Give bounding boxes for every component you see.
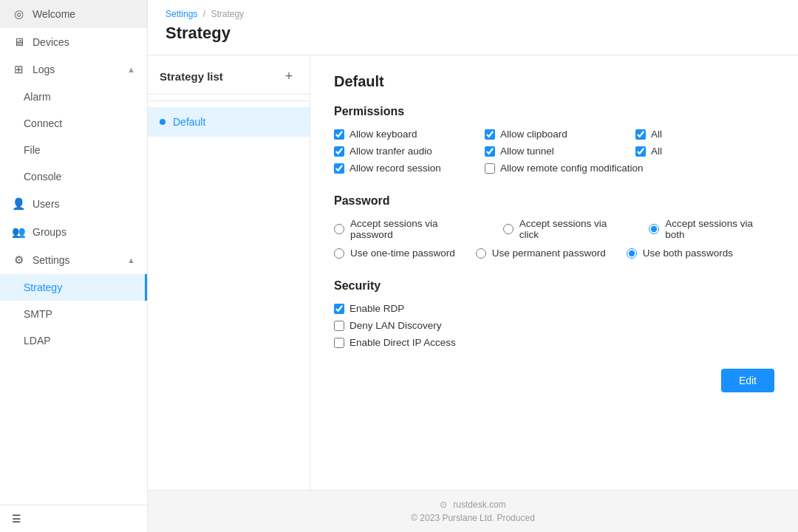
password-row2: Use one-time password Use permanent pass… — [334, 248, 774, 259]
strategy-detail: Default Permissions Allow keyboard Allow… — [310, 55, 798, 490]
allow-all-right2-input[interactable] — [635, 146, 646, 157]
sidebar-item-groups[interactable]: 👥 Groups — [0, 218, 147, 246]
footer-site[interactable]: rustdesk.com — [453, 499, 505, 510]
detail-title: Default — [334, 73, 774, 90]
allow-clipboard-checkbox[interactable]: Allow clipboard — [485, 129, 624, 140]
welcome-icon: ◎ — [12, 7, 25, 21]
edit-button[interactable]: Edit — [721, 369, 774, 392]
chevron-up-icon: ▲ — [127, 65, 135, 74]
sidebar-item-settings[interactable]: ⚙ Settings ▲ — [0, 246, 147, 274]
allow-clipboard-label: Allow clipboard — [500, 129, 567, 140]
use-both-passwords-label: Use both passwords — [643, 248, 733, 259]
menu-icon: ☰ — [12, 513, 21, 525]
sidebar-item-label: Welcome — [33, 8, 75, 20]
enable-direct-ip-checkbox[interactable]: Enable Direct IP Access — [334, 337, 774, 348]
allow-remote-config-label: Allow remote config modification — [500, 163, 644, 174]
use-both-passwords-input[interactable] — [627, 248, 637, 259]
allow-all-right-input[interactable] — [635, 129, 646, 140]
footer-links: ⊙ rustdesk.com — [166, 499, 780, 510]
sidebar-item-logs[interactable]: ⊞ Logs ▲ — [0, 55, 147, 83]
use-permanent-radio[interactable]: Use permanent password — [476, 248, 606, 259]
strategy-dot — [160, 119, 166, 125]
sidebar-item-label: LDAP — [24, 335, 51, 347]
sidebar-item-label: Users — [33, 198, 60, 210]
sidebar-item-devices[interactable]: 🖥 Devices — [0, 28, 147, 55]
accept-via-both-radio[interactable]: Accept sessions via both — [649, 218, 774, 240]
sidebar-item-ldap[interactable]: LDAP — [0, 327, 147, 354]
allow-transfer-audio-label: Allow tranfer audio — [349, 146, 432, 157]
use-one-time-label: Use one-time password — [350, 248, 455, 259]
edit-btn-row: Edit — [334, 369, 774, 392]
sidebar-item-welcome[interactable]: ◎ Welcome — [0, 0, 147, 28]
use-one-time-radio[interactable]: Use one-time password — [334, 248, 455, 259]
sidebar-item-users[interactable]: 👤 Users — [0, 190, 147, 218]
accept-via-password-input[interactable] — [334, 224, 344, 234]
monitor-icon: 🖥 — [12, 35, 25, 48]
sidebar-item-label: Devices — [33, 36, 69, 48]
allow-tunnel-input[interactable] — [485, 146, 495, 157]
user-icon: 👤 — [12, 197, 25, 211]
use-permanent-input[interactable] — [476, 248, 486, 259]
security-list: Enable RDP Deny LAN Discovery Enable Dir… — [334, 303, 774, 348]
enable-rdp-input[interactable] — [334, 304, 344, 314]
allow-keyboard-input[interactable] — [334, 129, 344, 140]
sidebar-item-label: SMTP — [24, 308, 52, 320]
deny-lan-label: Deny LAN Discovery — [349, 320, 442, 331]
footer: ⊙ rustdesk.com © 2023 Purslane Ltd. Prod… — [148, 490, 798, 532]
deny-lan-input[interactable] — [334, 321, 344, 331]
use-both-passwords-radio[interactable]: Use both passwords — [627, 248, 733, 259]
deny-lan-checkbox[interactable]: Deny LAN Discovery — [334, 320, 774, 331]
page-title: Strategy — [166, 24, 780, 43]
accept-via-both-label: Accept sessions via both — [665, 218, 774, 240]
security-section: Security Enable RDP Deny LAN Discovery E… — [334, 279, 774, 348]
accept-via-click-input[interactable] — [503, 224, 514, 234]
permissions-title: Permissions — [334, 105, 774, 118]
sidebar-item-label: Alarm — [24, 91, 51, 103]
allow-transfer-audio-input[interactable] — [334, 146, 344, 157]
sidebar-item-label: Strategy — [24, 282, 62, 293]
allow-keyboard-label: Allow keyboard — [349, 129, 417, 140]
allow-clipboard-input[interactable] — [485, 129, 495, 140]
allow-transfer-audio-checkbox[interactable]: Allow tranfer audio — [334, 146, 473, 157]
sidebar-item-console[interactable]: Console — [0, 163, 147, 190]
sidebar-item-label: Logs — [33, 64, 55, 75]
allow-all-right-label: All — [651, 129, 662, 140]
allow-keyboard-checkbox[interactable]: Allow keyboard — [334, 129, 473, 140]
footer-copyright: © 2023 Purslane Ltd. Produced — [166, 513, 780, 523]
sidebar-item-smtp[interactable]: SMTP — [0, 301, 147, 327]
enable-direct-ip-input[interactable] — [334, 338, 344, 348]
main-area: Settings / Strategy Strategy Strategy li… — [148, 0, 798, 532]
sidebar-item-file[interactable]: File — [0, 137, 147, 163]
sidebar-item-label: Connect — [24, 117, 62, 129]
github-icon: ⊙ — [440, 499, 447, 510]
accept-via-password-radio[interactable]: Accept sessions via password — [334, 218, 482, 240]
add-strategy-button[interactable]: + — [280, 67, 298, 85]
allow-remote-config-checkbox[interactable]: Allow remote config modification — [485, 163, 774, 174]
sidebar-item-label: Groups — [33, 226, 66, 238]
allow-all-right2-label: All — [651, 146, 662, 157]
strategy-item-default[interactable]: Default — [148, 107, 310, 137]
allow-tunnel-checkbox[interactable]: Allow tunnel — [485, 146, 624, 157]
accept-via-click-radio[interactable]: Accept sessions via click — [503, 218, 629, 240]
allow-remote-config-input[interactable] — [485, 163, 495, 174]
breadcrumb-settings[interactable]: Settings — [166, 9, 197, 19]
enable-rdp-label: Enable RDP — [349, 303, 404, 314]
strategy-list-header: Strategy list + — [148, 55, 310, 95]
password-section: Password Accept sessions via password Ac… — [334, 194, 774, 259]
sidebar: ◎ Welcome 🖥 Devices ⊞ Logs ▲ Alarm Conne… — [0, 0, 148, 532]
allow-all-right-checkbox[interactable]: All — [635, 129, 774, 140]
allow-record-session-checkbox[interactable]: Allow record session — [334, 163, 473, 174]
accept-via-both-input[interactable] — [649, 224, 659, 234]
strategy-list-title: Strategy list — [160, 70, 223, 83]
use-one-time-input[interactable] — [334, 248, 344, 259]
sidebar-item-connect[interactable]: Connect — [0, 110, 147, 137]
strategy-list-panel: Strategy list + Default — [148, 55, 310, 490]
permissions-grid: Allow keyboard Allow clipboard All Allow… — [334, 129, 774, 174]
security-title: Security — [334, 279, 774, 293]
allow-record-session-input[interactable] — [334, 163, 344, 174]
sidebar-footer: ☰ — [0, 505, 147, 532]
sidebar-item-strategy[interactable]: Strategy — [0, 274, 147, 301]
enable-rdp-checkbox[interactable]: Enable RDP — [334, 303, 774, 314]
allow-all-right2-checkbox[interactable]: All — [635, 146, 774, 157]
sidebar-item-alarm[interactable]: Alarm — [0, 83, 147, 110]
